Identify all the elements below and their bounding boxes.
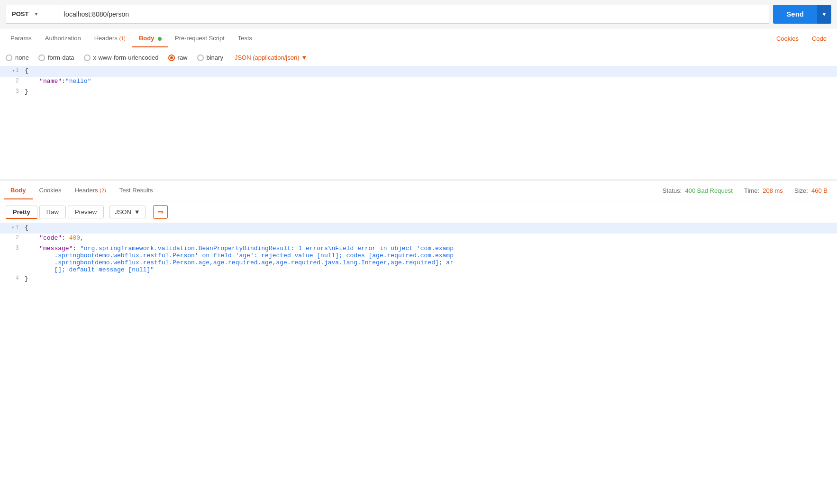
radio-none-circle <box>6 54 12 61</box>
resp-line-4: 4 } <box>0 274 837 285</box>
response-section: Body Cookies Headers (2) Test Results St… <box>0 180 837 356</box>
request-tabs: Params Authorization Headers (1) Body Pr… <box>0 28 837 49</box>
radio-binary-circle <box>197 54 204 61</box>
request-body-editor[interactable]: ▾ 1 { 2 "name":"hello" 3 } <box>0 66 837 180</box>
resp-arrow-1: ▾ <box>11 224 15 231</box>
time-label: Time: 208 ms <box>744 187 783 194</box>
pretty-button[interactable]: Pretty <box>6 206 37 219</box>
preview-button[interactable]: Preview <box>68 206 104 218</box>
size-label: Size: 460 B <box>794 187 828 194</box>
method-chevron-icon: ▼ <box>34 11 53 17</box>
method-label: POST <box>12 10 30 18</box>
response-tabs-bar: Body Cookies Headers (2) Test Results St… <box>0 180 837 201</box>
req-line-2: 2 "name":"hello" <box>0 77 837 87</box>
resp-tab-test-results[interactable]: Test Results <box>113 182 160 199</box>
resp-line-3: 3 "message": "org.springframework.valida… <box>0 244 837 274</box>
body-active-dot <box>158 37 162 41</box>
tab-code-right[interactable]: Code <box>805 30 833 47</box>
radio-binary[interactable]: binary <box>197 54 223 61</box>
resp-line-num-2: 2 <box>0 234 23 242</box>
format-bar: Pretty Raw Preview JSON ▼ ⇒ <box>0 201 837 223</box>
json-format-dropdown[interactable]: JSON ▼ <box>109 206 146 218</box>
radio-raw-circle <box>168 54 175 61</box>
resp-tab-body[interactable]: Body <box>4 182 33 199</box>
send-button-wrap: Send ▼ <box>773 5 831 24</box>
raw-button[interactable]: Raw <box>39 206 66 218</box>
url-input[interactable] <box>58 5 769 24</box>
json-type-dropdown[interactable]: JSON (application/json) ▼ <box>235 54 309 61</box>
tab-tests[interactable]: Tests <box>231 30 259 47</box>
tab-body[interactable]: Body <box>132 30 168 47</box>
resp-line-num-3: 3 <box>0 244 23 252</box>
tab-authorization[interactable]: Authorization <box>38 30 88 47</box>
req-line-3: 3 } <box>0 87 837 98</box>
send-button[interactable]: Send <box>773 5 817 24</box>
method-select[interactable]: POST ▼ <box>6 5 58 24</box>
radio-form-data-circle <box>38 54 45 61</box>
radio-urlencoded-circle <box>84 54 91 61</box>
radio-form-data[interactable]: form-data <box>38 54 74 61</box>
right-tabs: Cookies Code <box>770 30 833 47</box>
req-line-num-1: ▾ 1 <box>0 66 23 75</box>
send-chevron-button[interactable]: ▼ <box>817 5 831 24</box>
response-meta: Status: 400 Bad Request Time: 208 ms Siz… <box>663 187 833 194</box>
status-label: Status: 400 Bad Request <box>663 187 733 194</box>
req-line-num-3: 3 <box>0 87 23 96</box>
req-arrow-1: ▾ <box>12 68 14 73</box>
resp-line-2: 2 "code": 400, <box>0 234 837 244</box>
tab-headers[interactable]: Headers (1) <box>88 30 132 47</box>
resp-tab-cookies[interactable]: Cookies <box>33 182 68 199</box>
response-body-editor: ▾ 1 { 2 "code": 400, 3 "message": "org.s… <box>0 223 837 356</box>
req-line-num-2: 2 <box>0 77 23 85</box>
body-type-bar: none form-data x-www-form-urlencoded raw… <box>0 49 837 66</box>
resp-line-1: ▾ 1 { <box>0 223 837 234</box>
resp-line-num-1: ▾ 1 <box>0 223 23 232</box>
json-chevron-icon: ▼ <box>134 208 140 216</box>
req-line-1: ▾ 1 { <box>0 66 837 77</box>
resp-tab-headers[interactable]: Headers (2) <box>68 182 112 199</box>
wrap-icon[interactable]: ⇒ <box>153 205 168 219</box>
radio-urlencoded[interactable]: x-www-form-urlencoded <box>84 54 159 61</box>
wrap-icon-symbol: ⇒ <box>157 208 164 216</box>
time-value: 208 ms <box>763 187 783 194</box>
status-value: 400 Bad Request <box>685 187 733 194</box>
radio-raw[interactable]: raw <box>168 54 188 61</box>
tab-prerequest[interactable]: Pre-request Script <box>168 30 231 47</box>
radio-none[interactable]: none <box>6 54 29 61</box>
send-chevron-icon: ▼ <box>822 11 827 17</box>
top-bar: POST ▼ Send ▼ <box>0 0 837 28</box>
tab-params[interactable]: Params <box>4 30 38 47</box>
resp-line-num-4: 4 <box>0 274 23 283</box>
tab-cookies-right[interactable]: Cookies <box>770 30 805 47</box>
size-value: 460 B <box>811 187 828 194</box>
